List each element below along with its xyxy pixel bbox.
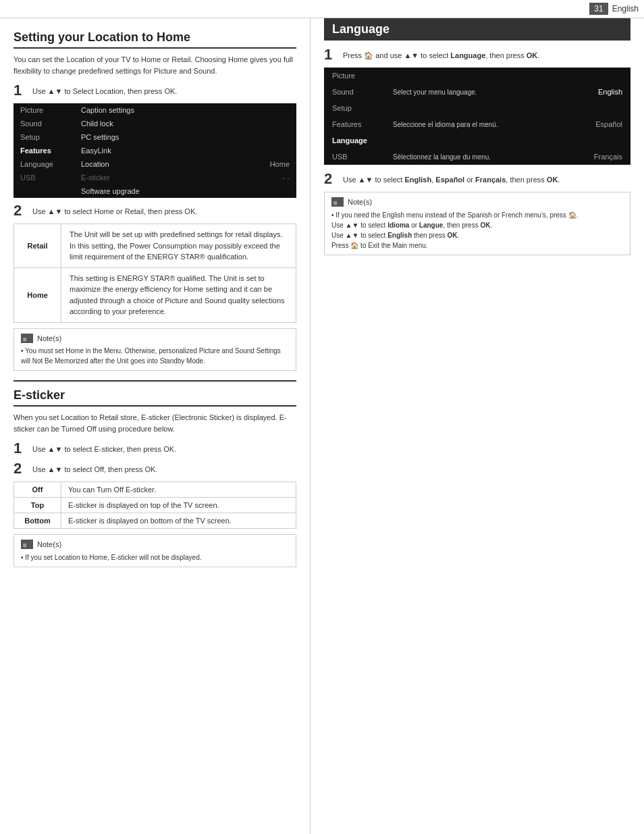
lang-notes-header: Note(s) xyxy=(331,197,623,208)
notes-box-1: Note(s) • You must set Home in the Menu.… xyxy=(14,328,296,371)
menu-item-easylink: EasyLink xyxy=(74,144,242,157)
menu-row-picture: Picture Caption settings xyxy=(14,103,296,117)
menu-label-usb: USB xyxy=(14,171,74,184)
location-menu-table: Picture Caption settings Sound Child loc… xyxy=(14,103,296,198)
lang-menu-label-features: Features xyxy=(324,116,385,132)
lang-menu-label-picture: Picture xyxy=(324,68,385,84)
menu-item-esticker: E-sticker xyxy=(74,171,242,184)
menu-row-upgrade: Software upgrade xyxy=(14,184,296,198)
menu-row-sound: Sound Child lock xyxy=(14,117,296,130)
notes-icon-2 xyxy=(21,540,33,549)
page-wrapper: 31 English Setting your Location to Home… xyxy=(0,0,644,834)
lang-menu-label-usb: USB xyxy=(324,149,385,165)
lang-menu-mid-language xyxy=(385,132,564,149)
lang-step1: 1 Press 🏠 and use ▲▼ to select Language,… xyxy=(324,47,630,62)
lang-menu-right-picture xyxy=(564,68,630,84)
lang-notes-label: Note(s) xyxy=(348,197,372,208)
menu-row-features: Features EasyLink xyxy=(14,144,296,157)
menu-label-picture: Picture xyxy=(14,103,74,117)
lang-menu-mid-features: Seleccione el idioma para el menú. xyxy=(385,116,564,132)
location-choices-table: Retail The Unit will be set up with pred… xyxy=(14,224,296,323)
lang-step2-number: 2 xyxy=(324,172,339,186)
lang-menu-label-sound: Sound xyxy=(324,84,385,100)
loc-label-retail: Retail xyxy=(14,224,61,268)
notes-label-2: Note(s) xyxy=(37,539,61,550)
menu-val-picture xyxy=(242,103,296,117)
notes-text-2: • If you set Location to Home, E-sticker… xyxy=(21,552,289,563)
section1-intro: You can set the Location of your TV to H… xyxy=(14,54,296,76)
menu-item-childlock: Child lock xyxy=(74,117,242,130)
menu-label-setup: Setup xyxy=(14,130,74,144)
lang-step1-number: 1 xyxy=(324,47,339,62)
menu-val-sound xyxy=(242,117,296,130)
lang-step2: 2 Use ▲▼ to select English, Español or F… xyxy=(324,172,630,186)
main-content: Setting your Location to Home You can se… xyxy=(0,18,644,834)
menu-label-sound: Sound xyxy=(14,117,74,130)
esticker-intro: When you set Location to Retail store, E… xyxy=(14,412,296,434)
esticker-desc-off: You can Turn Off E-sticker. xyxy=(61,482,296,498)
lang-menu-right-sound: English xyxy=(564,84,630,100)
lang-menu-row-language: Language xyxy=(324,132,630,149)
page-number: 31 xyxy=(589,3,608,15)
notes-label-1: Note(s) xyxy=(37,333,61,344)
step2-text: Use ▲▼ to select Home or Retail, then pr… xyxy=(32,203,197,217)
lang-menu-right-setup xyxy=(564,100,630,116)
location-row-home: Home This setting is ENERGY STAR® qualif… xyxy=(14,267,296,322)
menu-label-features: Features xyxy=(14,144,74,157)
menu-val-setup xyxy=(242,130,296,144)
lang-menu-mid-setup xyxy=(385,100,564,116)
menu-item-upgrade: Software upgrade xyxy=(74,184,242,198)
esticker-step2-text: Use ▲▼ to select Off, then press OK. xyxy=(32,461,157,475)
lang-notes-icon xyxy=(331,197,344,207)
step2: 2 Use ▲▼ to select Home or Retail, then … xyxy=(14,203,296,218)
menu-item-caption: Caption settings xyxy=(74,103,242,117)
menu-item-location: Location xyxy=(74,157,242,171)
menu-row-setup: Setup PC settings xyxy=(14,130,296,144)
loc-label-home: Home xyxy=(14,267,61,322)
lang-notes-text: • If you need the English menu instead o… xyxy=(331,210,623,251)
loc-desc-home: This setting is ENERGY STAR® qualified. … xyxy=(61,267,296,322)
location-row-retail: Retail The Unit will be set up with pred… xyxy=(14,224,296,268)
esticker-options-table: Off You can Turn Off E-sticker. Top E-st… xyxy=(14,481,296,529)
lang-menu-row-picture: Picture xyxy=(324,68,630,84)
menu-item-pcsettings: PC settings xyxy=(74,130,242,144)
right-panel: Language 1 Press 🏠 and use ▲▼ to select … xyxy=(311,18,644,834)
lang-notes-box: Note(s) • If you need the English menu i… xyxy=(324,192,630,255)
lang-menu-label-setup: Setup xyxy=(324,100,385,116)
esticker-row-off: Off You can Turn Off E-sticker. xyxy=(14,482,296,498)
top-bar: 31 English xyxy=(0,0,644,18)
step2-number: 2 xyxy=(14,203,28,218)
step1-number: 1 xyxy=(14,83,28,98)
lang-menu-right-usb: Français xyxy=(564,149,630,165)
esticker-desc-bottom: E-sticker is displayed on bottom of the … xyxy=(61,513,296,529)
esticker-label-top: Top xyxy=(14,498,61,513)
esticker-step2-number: 2 xyxy=(14,461,28,476)
esticker-step1: 1 Use ▲▼ to select E-sticker, then press… xyxy=(14,441,296,456)
menu-label-blank xyxy=(14,184,74,198)
menu-val-usb: - - xyxy=(242,171,296,184)
esticker-step1-number: 1 xyxy=(14,441,28,456)
esticker-row-top: Top E-sticker is displayed on top of the… xyxy=(14,498,296,513)
lang-menu-label-language: Language xyxy=(324,132,385,149)
notes-header-2: Note(s) xyxy=(21,539,289,550)
step1: 1 Use ▲▼ to Select Location, then press … xyxy=(14,83,296,98)
section-divider xyxy=(14,380,296,382)
lang-menu-right-language xyxy=(564,132,630,149)
step1-text: Use ▲▼ to Select Location, then press OK… xyxy=(32,83,177,97)
esticker-label-off: Off xyxy=(14,482,61,498)
menu-val-upgrade xyxy=(242,184,296,198)
esticker-desc-top: E-sticker is displayed on top of the TV … xyxy=(61,498,296,513)
lang-menu-right-features: Español xyxy=(564,116,630,132)
lang-menu-mid-picture xyxy=(385,68,564,84)
language-section-title: Language xyxy=(324,18,630,41)
lang-menu-mid-usb: Sélectionnez la langue du menu. xyxy=(385,149,564,165)
lang-step2-text: Use ▲▼ to select English, Español or Fra… xyxy=(343,172,560,186)
menu-row-usb: USB E-sticker - - xyxy=(14,171,296,184)
esticker-step1-text: Use ▲▼ to select E-sticker, then press O… xyxy=(32,441,176,455)
lang-menu-mid-sound: Select your menu language. xyxy=(385,84,564,100)
left-panel: Setting your Location to Home You can se… xyxy=(0,18,311,834)
esticker-row-bottom: Bottom E-sticker is displayed on bottom … xyxy=(14,513,296,529)
menu-row-language: Language Location Home xyxy=(14,157,296,171)
language-menu-table: Picture Sound Select your menu language.… xyxy=(324,68,630,165)
esticker-label-bottom: Bottom xyxy=(14,513,61,529)
